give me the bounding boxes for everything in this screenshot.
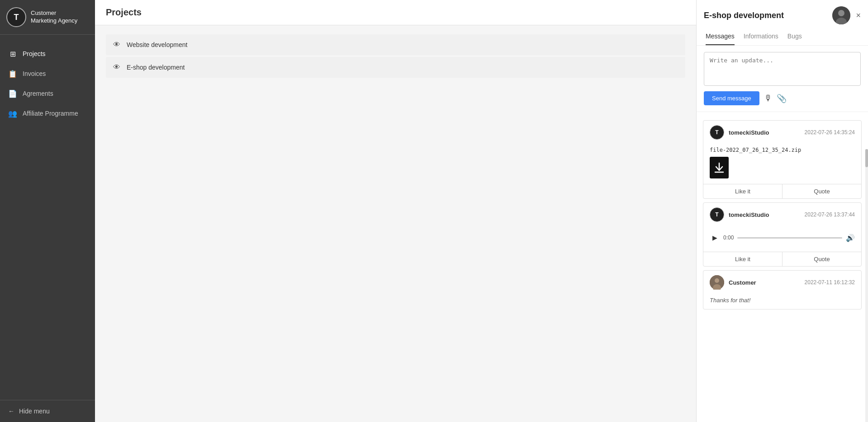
message-compose: Send message 🎙 📎 [697, 46, 868, 112]
message-card-2: T tomeckiStudio 2022-07-26 13:37:44 ▶ 0:… [703, 202, 862, 267]
sidebar-label-affiliate: Affiliate Programme [23, 110, 78, 117]
sender-name-1: tomeckiStudio [729, 129, 769, 136]
message-time-3: 2022-07-11 16:12:32 [805, 279, 855, 286]
audio-progress-bar[interactable] [737, 237, 842, 239]
message-body-3: Thanks for that! [703, 294, 861, 309]
main-header: Projects [95, 0, 696, 25]
page-title: Projects [106, 7, 685, 18]
play-button[interactable]: ▶ [710, 233, 720, 243]
sidebar-label-projects: Projects [23, 50, 46, 57]
sidebar-item-affiliate[interactable]: 👥 Affiliate Programme [0, 103, 95, 123]
sidebar-item-projects[interactable]: ⊞ Projects [0, 44, 95, 64]
like-button-2[interactable]: Like it [703, 252, 783, 266]
panel-close-button[interactable]: × [856, 11, 861, 19]
like-button-1[interactable]: Like it [703, 184, 783, 198]
compose-actions: Send message 🎙 📎 [704, 91, 861, 105]
volume-icon[interactable]: 🔊 [846, 234, 855, 242]
sidebar-nav: ⊞ Projects 📋 Invoices 📄 Agrements 👥 Affi… [0, 35, 95, 400]
send-message-button[interactable]: Send message [704, 91, 759, 105]
message-header-1: T tomeckiStudio 2022-07-26 14:35:24 [703, 121, 861, 144]
projects-list: 👁 Website development 👁 E-shop developme… [95, 25, 696, 87]
sidebar-label-invoices: Invoices [23, 70, 46, 77]
message-body-1: file-2022_07_26_12_35_24.zip [703, 144, 861, 184]
eye-icon-eshop: 👁 [113, 63, 120, 71]
attachment-icon[interactable]: 📎 [777, 94, 787, 103]
hide-menu-label: Hide menu [19, 408, 50, 415]
message-header-2: T tomeckiStudio 2022-07-26 13:37:44 [703, 203, 861, 226]
project-row-eshop[interactable]: 👁 E-shop development [106, 57, 685, 78]
tab-bugs[interactable]: Bugs [787, 33, 802, 45]
customer-avatar-image [710, 275, 724, 290]
project-name-website: Website development [127, 41, 187, 48]
sidebar-label-agrements: Agrements [23, 90, 53, 97]
message-time-2: 2022-07-26 13:37:44 [805, 211, 855, 218]
scrollbar-thumb[interactable] [865, 149, 868, 167]
message-card-1: T tomeckiStudio 2022-07-26 14:35:24 file… [703, 120, 862, 199]
sender-name-2: tomeckiStudio [729, 211, 769, 218]
app-name: Customer Marketing Agency [31, 9, 77, 25]
message-actions-2: Like it Quote [703, 252, 861, 266]
message-card-3: Customer 2022-07-11 16:12:32 Thanks for … [703, 270, 862, 309]
panel-header: E-shop development × [697, 0, 868, 28]
project-name-eshop: E-shop development [127, 64, 185, 71]
message-time-1: 2022-07-26 14:35:24 [805, 129, 855, 136]
panel-tabs: Messages Informations Bugs [697, 28, 868, 46]
message-body-2: ▶ 0:00 🔊 [703, 226, 861, 252]
affiliate-icon: 👥 [8, 109, 17, 118]
svg-point-4 [715, 278, 719, 283]
scrollbar-track[interactable] [865, 149, 868, 422]
microphone-icon[interactable]: 🎙 [764, 94, 772, 103]
agrements-icon: 📄 [8, 89, 17, 98]
back-arrow-icon: ← [8, 408, 14, 415]
sender-avatar-1: T [710, 125, 724, 140]
message-actions-1: Like it Quote [703, 184, 861, 198]
hide-menu-button[interactable]: ← Hide menu [0, 400, 95, 422]
sidebar-item-agrements[interactable]: 📄 Agrements [0, 84, 95, 103]
sidebar: T Customer Marketing Agency ⊞ Projects 📋… [0, 0, 95, 422]
projects-icon: ⊞ [8, 49, 17, 58]
sender-name-3: Customer [729, 279, 756, 286]
invoices-icon: 📋 [8, 69, 17, 78]
message-header-3: Customer 2022-07-11 16:12:32 [703, 271, 861, 294]
avatar-image [832, 6, 850, 24]
sender-avatar-2: T [710, 207, 724, 222]
svg-point-1 [838, 10, 844, 16]
message-text-3: Thanks for that! [710, 297, 750, 304]
right-panel: E-shop development × Messages Informatio… [696, 0, 868, 422]
sidebar-item-invoices[interactable]: 📋 Invoices [0, 64, 95, 84]
sidebar-logo: T Customer Marketing Agency [0, 0, 95, 35]
quote-button-1[interactable]: Quote [783, 184, 861, 198]
panel-title: E-shop development [704, 11, 784, 20]
messages-list: T tomeckiStudio 2022-07-26 14:35:24 file… [697, 112, 868, 422]
eye-icon-website: 👁 [113, 41, 120, 49]
audio-time: 0:00 [723, 234, 734, 241]
audio-player: ▶ 0:00 🔊 [710, 229, 855, 246]
main-content: Projects 👁 Website development 👁 E-shop … [95, 0, 696, 422]
user-avatar-top [832, 6, 850, 24]
quote-button-2[interactable]: Quote [783, 252, 861, 266]
logo-icon: T [6, 7, 26, 27]
file-download-button[interactable] [710, 157, 729, 178]
tab-informations[interactable]: Informations [744, 33, 778, 45]
download-icon [714, 162, 724, 173]
project-row-website[interactable]: 👁 Website development [106, 34, 685, 55]
tab-messages[interactable]: Messages [706, 33, 735, 45]
message-textarea[interactable] [704, 52, 861, 86]
sender-avatar-3 [710, 275, 724, 290]
file-name-1: file-2022_07_26_12_35_24.zip [710, 147, 855, 153]
